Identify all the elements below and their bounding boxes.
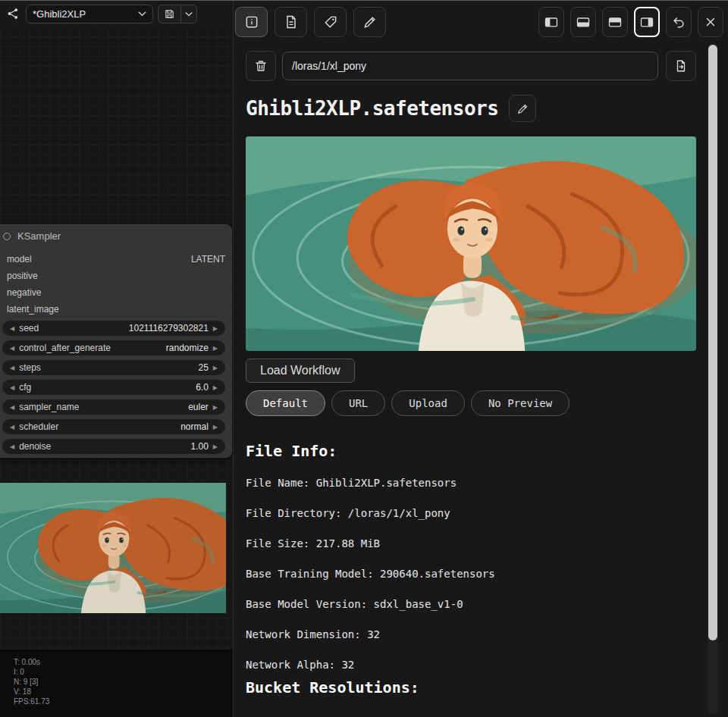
increment-arrow-icon[interactable]: ▶: [209, 443, 222, 450]
node-preview-image[interactable]: [0, 483, 226, 613]
increment-arrow-icon[interactable]: ▶: [209, 384, 222, 391]
increment-arrow-icon[interactable]: ▶: [209, 345, 222, 352]
preview-source-default[interactable]: Default: [246, 390, 325, 416]
widget-label: steps: [19, 362, 41, 373]
dock-left-button[interactable]: [538, 7, 564, 37]
delete-model-button[interactable]: [246, 51, 276, 81]
input-slot-positive[interactable]: positive: [7, 271, 38, 281]
stat-line: FPS:61.73: [14, 697, 49, 706]
widget-scheduler[interactable]: ◀ scheduler normal ▶: [2, 419, 225, 434]
stat-line: N: 9 [3]: [14, 677, 49, 687]
preview-source-upload[interactable]: Upload: [391, 390, 465, 416]
file-arrow-icon: [674, 59, 688, 73]
chevron-down-icon: [138, 11, 146, 17]
widget-sampler-name[interactable]: ◀ sampler_name euler ▶: [2, 399, 225, 415]
rename-model-button[interactable]: [509, 95, 536, 122]
close-panel-button[interactable]: [698, 7, 723, 37]
node-title: KSampler: [17, 230, 61, 242]
stat-line: I: 0: [14, 667, 49, 677]
move-file-button[interactable]: [666, 51, 696, 81]
save-icon: [164, 8, 175, 20]
tab-tags-button[interactable]: [314, 7, 347, 37]
widget-label: scheduler: [19, 421, 58, 432]
panel-toolbar: [235, 7, 723, 37]
save-options-button[interactable]: [180, 5, 197, 23]
scrollbar-thumb[interactable]: [708, 45, 717, 640]
path-row: [246, 51, 696, 81]
widget-cfg[interactable]: ◀ cfg 6.0 ▶: [2, 380, 225, 395]
share-icon[interactable]: [5, 5, 21, 22]
decrement-arrow-icon[interactable]: ◀: [5, 345, 19, 352]
node-ksampler[interactable]: KSampler LATENT model positive negative …: [0, 224, 232, 458]
dock-right-icon: [639, 14, 654, 30]
widget-steps[interactable]: ◀ steps 25 ▶: [2, 360, 225, 375]
widget-label: control_after_generate: [19, 343, 111, 353]
dock-left-icon: [544, 14, 559, 30]
preview-source-row: Default URL Upload No Preview: [246, 390, 570, 416]
decrement-arrow-icon[interactable]: ◀: [5, 424, 19, 431]
dock-right-button[interactable]: [634, 7, 660, 37]
widget-value: 1.00: [190, 441, 208, 452]
tab-info-button[interactable]: [235, 7, 268, 37]
chevron-down-icon: [185, 11, 193, 17]
increment-arrow-icon[interactable]: ▶: [209, 404, 222, 411]
widget-value: normal: [180, 421, 209, 432]
document-icon: [284, 14, 299, 30]
panel-tabs: [235, 7, 386, 37]
title-row: Ghibli2XLP.safetensors: [246, 93, 536, 124]
load-workflow-button[interactable]: Load Workflow: [246, 358, 355, 383]
output-slot-latent[interactable]: LATENT: [191, 254, 225, 265]
tab-description-button[interactable]: [275, 7, 307, 37]
close-icon: [704, 15, 717, 29]
preview-source-url[interactable]: URL: [331, 390, 385, 416]
file-info-row: File Name: Ghibli2XLP.safetensors: [246, 477, 495, 489]
widget-seed[interactable]: ◀ seed 1021116279302821 ▶: [2, 321, 225, 336]
scrollbar[interactable]: [708, 43, 718, 714]
widget-label: seed: [19, 323, 39, 333]
increment-arrow-icon[interactable]: ▶: [209, 365, 222, 371]
widget-label: cfg: [19, 382, 31, 393]
dock-top-icon: [607, 14, 623, 30]
save-button[interactable]: [158, 5, 180, 23]
collapse-dot-icon[interactable]: [3, 233, 11, 240]
widget-label: sampler_name: [19, 402, 79, 412]
input-slot-model[interactable]: model: [7, 254, 32, 265]
workflow-selector[interactable]: *Ghibli2XLP: [26, 5, 153, 23]
decrement-arrow-icon[interactable]: ◀: [5, 325, 19, 332]
decrement-arrow-icon[interactable]: ◀: [5, 443, 19, 450]
dock-top-button[interactable]: [602, 7, 628, 37]
generated-preview-image: [0, 483, 226, 613]
increment-arrow-icon[interactable]: ▶: [209, 424, 222, 431]
curved-arrow-icon: [671, 14, 686, 30]
model-info-panel: Ghibli2XLP.safetensors Load Workflow Def…: [233, 1, 728, 717]
bucket-resolutions-heading: Bucket Resolutions:: [246, 678, 419, 697]
widget-control-after-generate[interactable]: ◀ control_after_generate randomize ▶: [2, 340, 225, 355]
widget-label: denoise: [19, 441, 51, 452]
swap-side-button[interactable]: [666, 7, 692, 37]
input-slot-latent-image[interactable]: latent_image: [7, 304, 59, 315]
tag-icon: [323, 14, 338, 30]
save-split-button: [158, 5, 197, 23]
stat-line: V: 18: [14, 687, 49, 697]
dock-bottom-button[interactable]: [570, 7, 596, 37]
widget-value: euler: [188, 402, 209, 412]
decrement-arrow-icon[interactable]: ◀: [5, 365, 19, 371]
widget-value: 1021116279302821: [129, 323, 209, 333]
increment-arrow-icon[interactable]: ▶: [209, 325, 222, 332]
workflow-topbar: *Ghibli2XLP: [0, 1, 233, 27]
file-info-list: File Name: Ghibli2XLP.safetensors File D…: [246, 477, 495, 671]
widget-denoise[interactable]: ◀ denoise 1.00 ▶: [2, 439, 225, 454]
model-path-input[interactable]: [282, 52, 658, 80]
workflow-name: *Ghibli2XLP: [33, 8, 138, 20]
tab-edit-button[interactable]: [353, 7, 386, 37]
decrement-arrow-icon[interactable]: ◀: [5, 404, 19, 411]
stat-line: T: 0.00s: [14, 657, 49, 667]
preview-source-no-preview[interactable]: No Preview: [471, 390, 570, 416]
file-info-heading: File Info:: [246, 442, 337, 460]
graph-canvas[interactable]: KSampler LATENT model positive negative …: [0, 27, 233, 717]
file-info-row: Base Training Model: 290640.safetensors: [246, 568, 495, 580]
workflow-editor: *Ghibli2XLP: [0, 1, 233, 717]
decrement-arrow-icon[interactable]: ◀: [5, 384, 19, 391]
input-slot-negative[interactable]: negative: [7, 287, 41, 298]
file-info-row: Base Model Version: sdxl_base_v1-0: [246, 598, 495, 610]
